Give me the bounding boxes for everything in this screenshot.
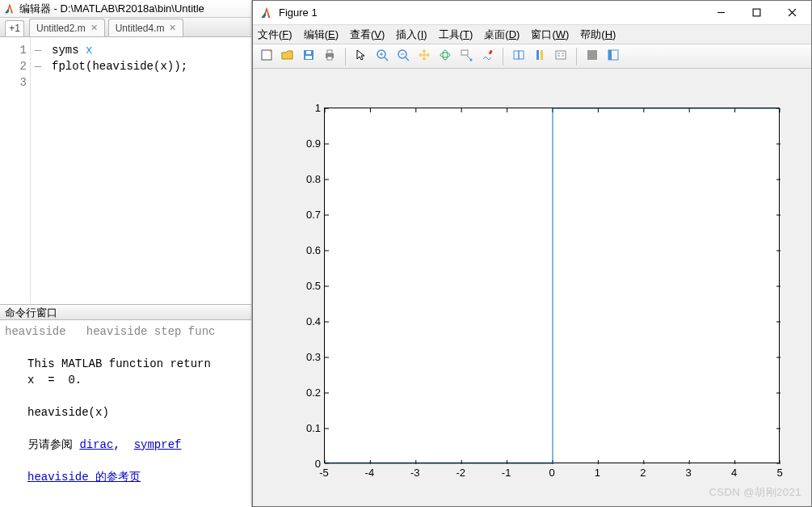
svg-rect-3: [305, 56, 312, 59]
tab-label: Untitled4.m: [116, 23, 165, 34]
svg-rect-16: [519, 51, 524, 59]
cmd-line: 另请参阅 dirac, sympref: [5, 437, 246, 453]
x-tick-label: 1: [595, 467, 600, 479]
y-tick-label: 0.4: [293, 315, 321, 327]
link-heaviside-ref[interactable]: heaviside 的参考页: [27, 471, 141, 484]
matlab-icon: [3, 2, 16, 15]
x-tick-label: -4: [365, 467, 375, 479]
fold-gutter: ——: [31, 37, 45, 304]
pan-button[interactable]: [415, 48, 433, 65]
y-tick-label: 0.2: [293, 387, 321, 399]
x-tick-label: 4: [731, 467, 737, 479]
cmd-line: heaviside(x): [5, 404, 246, 420]
svg-rect-17: [536, 50, 539, 60]
colorbar-button[interactable]: [531, 48, 549, 65]
y-tick-label: 0.9: [293, 137, 321, 150]
menu-h[interactable]: 帮助(H): [580, 27, 616, 42]
watermark-text: CSDN @胡刚2021: [709, 485, 801, 500]
print-icon: [323, 49, 336, 64]
brush-icon: [481, 49, 494, 64]
y-tick-label: 0.8: [293, 173, 321, 185]
y-axis-ticks: 00.10.20.30.40.50.60.70.80.91: [293, 108, 321, 463]
menu-v[interactable]: 查看(V): [350, 27, 385, 42]
svg-point-13: [470, 59, 473, 61]
dock-button[interactable]: [604, 48, 622, 65]
tab-untitled2[interactable]: Untitled2.m ✕: [29, 19, 105, 36]
data-cursor-icon: [460, 49, 473, 64]
cmd-line: This MATLAB function return: [5, 356, 246, 372]
dock-icon: [607, 49, 620, 64]
legend-button[interactable]: [552, 48, 570, 65]
rotate3d-button[interactable]: [436, 48, 454, 65]
svg-rect-19: [556, 51, 566, 59]
x-tick-label: 3: [686, 467, 692, 479]
close-icon[interactable]: ✕: [169, 23, 176, 33]
tab-label: Untitled2.m: [36, 23, 86, 34]
close-button[interactable]: [774, 2, 810, 24]
y-tick-label: 0.1: [293, 422, 321, 434]
new-figure-icon: [260, 49, 273, 64]
pointer-button[interactable]: [352, 48, 370, 65]
maximize-button[interactable]: [738, 2, 774, 24]
menu-e[interactable]: 编辑(E): [304, 27, 339, 42]
svg-rect-4: [306, 51, 311, 54]
tab-untitled4[interactable]: Untitled4.m ✕: [108, 19, 184, 36]
svg-rect-0: [753, 9, 760, 16]
hide-tools-icon: [586, 49, 599, 64]
x-tick-label: 5: [776, 467, 782, 479]
rotate3d-icon: [439, 49, 452, 64]
line-gutter: 123: [0, 37, 31, 304]
y-tick-label: 0: [293, 458, 321, 470]
svg-rect-20: [587, 50, 597, 60]
code-editor[interactable]: 123 —— syms x fplot(heaviside(x));: [0, 37, 251, 304]
close-icon[interactable]: ✕: [90, 23, 98, 33]
menu-w[interactable]: 窗口(W): [531, 27, 569, 42]
axes[interactable]: [324, 108, 780, 463]
menu-f[interactable]: 文件(F): [258, 27, 292, 42]
zoom-in-icon: [376, 49, 389, 64]
colorbar-icon: [533, 49, 546, 64]
link-button[interactable]: [510, 48, 528, 65]
x-tick-label: 0: [549, 467, 554, 479]
menu-i[interactable]: 插入(I): [396, 27, 427, 42]
menu-t[interactable]: 工具(T): [439, 27, 473, 42]
svg-rect-15: [514, 51, 519, 59]
svg-rect-14: [489, 50, 493, 55]
link-dirac[interactable]: dirac: [79, 438, 113, 451]
link-sympref[interactable]: sympref: [134, 438, 182, 451]
x-tick-label: -2: [456, 467, 465, 479]
x-tick-label: -3: [410, 467, 420, 479]
toolbar-separator: [503, 48, 503, 65]
matlab-icon: [259, 6, 274, 20]
brush-button[interactable]: [478, 48, 496, 65]
open-button[interactable]: [279, 48, 297, 65]
y-tick-label: 0.5: [293, 280, 321, 292]
y-tick-label: 0.7: [293, 209, 321, 221]
save-button[interactable]: [300, 48, 318, 65]
command-window-title: 命令行窗口: [0, 304, 251, 320]
svg-point-11: [443, 50, 448, 60]
command-window[interactable]: heaviside heaviside step func This MATLA…: [0, 320, 251, 507]
menu-d[interactable]: 桌面(D): [484, 27, 520, 42]
link-icon: [512, 49, 525, 64]
minimize-button[interactable]: [703, 2, 738, 24]
figure-window: Figure 1 文件(F)编辑(E)查看(V)插入(I)工具(T)桌面(D)窗…: [252, 0, 812, 507]
zoom-out-icon: [397, 49, 410, 64]
editor-titlebar: 编辑器 - D:\MATLAB\R2018a\bin\Untitle: [0, 0, 251, 18]
zoom-out-button[interactable]: [394, 48, 412, 65]
print-button[interactable]: [321, 48, 339, 65]
legend-icon: [554, 49, 567, 64]
x-tick-label: -1: [502, 467, 511, 479]
figure-toolbar: [253, 44, 811, 69]
cmd-line: x = 0.: [5, 372, 246, 388]
save-icon: [302, 49, 315, 64]
figure-titlebar[interactable]: Figure 1: [253, 1, 811, 25]
data-cursor-button[interactable]: [457, 48, 475, 65]
new-figure-button[interactable]: [258, 48, 276, 65]
x-tick-label: -5: [319, 467, 329, 479]
y-tick-label: 0.3: [293, 351, 321, 363]
zoom-in-button[interactable]: [373, 48, 391, 65]
code-text[interactable]: syms x fplot(heaviside(x));: [45, 37, 187, 304]
new-tab-button[interactable]: +1: [5, 20, 24, 36]
hide-tools-button[interactable]: [583, 48, 601, 65]
